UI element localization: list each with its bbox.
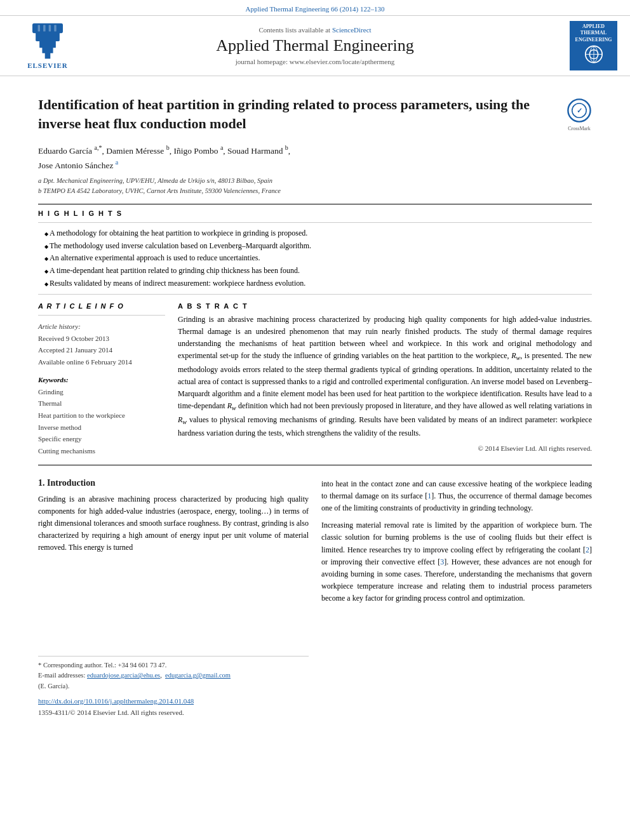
divider-after-affiliations	[38, 204, 592, 204]
keyword-item: Cutting mechanisms	[38, 445, 165, 457]
available-date: Available online 6 February 2014	[38, 356, 165, 368]
doi-link[interactable]: http://dx.doi.org/10.1016/j.applthermale…	[38, 697, 194, 705]
keywords-label: Keywords:	[38, 376, 165, 383]
keyword-item: Inverse method	[38, 422, 165, 434]
rw-symbol-3: Rw	[178, 415, 187, 424]
intro-heading: 1. Introduction	[38, 478, 309, 488]
affil-a: a Dpt. Mechanical Engineering, UPV/EHU, …	[38, 176, 592, 186]
highlight-item: The methodology used inverse calculation…	[44, 241, 592, 251]
highlight-item: Results validated by means of indirect m…	[44, 278, 592, 289]
svg-rect-2	[39, 40, 56, 48]
article-title: Identification of heat partition in grin…	[38, 95, 592, 135]
keyword-item: Heat partition to the workpiece	[38, 410, 165, 422]
keywords-list: Grinding Thermal Heat partition to the w…	[38, 386, 165, 457]
svg-text:✓: ✓	[577, 107, 582, 114]
issn-line: 1359-4311/© 2014 Elsevier Ltd. All right…	[38, 707, 309, 719]
elsevier-tree-icon	[25, 22, 70, 60]
article-history: Article history: Received 9 October 2013…	[38, 321, 165, 368]
doi-line: http://dx.doi.org/10.1016/j.applthermale…	[38, 696, 309, 707]
intro-para-1: Grinding is an abrasive machining proces…	[38, 493, 309, 554]
highlight-item: A methodology for obtaining the heat par…	[44, 228, 592, 239]
abstract-text: Grinding is an abrasive machining proces…	[178, 314, 592, 439]
svg-rect-6	[43, 25, 45, 31]
abstract-label: A B S T R A C T	[178, 302, 592, 310]
svg-rect-3	[36, 32, 60, 41]
corresponding-footnote: * Corresponding author. Tel.: +34 94 601…	[38, 660, 309, 671]
affiliations: a Dpt. Mechanical Engineering, UPV/EHU, …	[38, 176, 592, 196]
body-columns: 1. Introduction Grinding is an abrasive …	[38, 478, 592, 719]
footnote-area: * Corresponding author. Tel.: +34 94 601…	[38, 656, 309, 719]
email-footnote: E-mail addresses: eduardojose.garcia@ehu…	[38, 670, 309, 681]
elsevier-logo-area: ELSEVIER	[13, 22, 83, 69]
intro-para-col2-2: Increasing material removal rate is limi…	[321, 519, 592, 604]
highlights-bottom-rule	[38, 294, 592, 295]
body-section: 1. Introduction Grinding is an abrasive …	[38, 478, 592, 719]
ate-logo-icon	[578, 43, 610, 65]
accepted-date: Accepted 21 January 2014	[38, 344, 165, 356]
crossmark-badge: ✓ CrossMark	[566, 98, 592, 131]
article-info-label: A R T I C L E I N F O	[38, 302, 165, 310]
svg-rect-4	[32, 23, 63, 32]
keyword-item: Thermal	[38, 397, 165, 410]
affil-b: b TEMPO EA 4542 Laboratory, UVHC, Carnot…	[38, 186, 592, 196]
journal-header: ELSEVIER Contents lists available at Sci…	[0, 15, 630, 76]
authors-line: Eduardo García a,*, Damien Méresse b, Iñ…	[38, 143, 592, 172]
rw-symbol: Rw	[511, 351, 520, 360]
body-col-left: 1. Introduction Grinding is an abrasive …	[38, 478, 309, 719]
highlights-top-rule	[38, 222, 592, 223]
elsevier-logo: ELSEVIER	[25, 22, 70, 69]
article-info-abstract: A R T I C L E I N F O Article history: R…	[38, 302, 592, 457]
history-label: Article history:	[38, 321, 165, 333]
journal-homepage: journal homepage: www.elsevier.com/locat…	[83, 58, 547, 65]
highlight-item: A time-dependant heat partition related …	[44, 265, 592, 276]
highlights-label: H I G H L I G H T S	[38, 210, 592, 217]
sciencedirect-link[interactable]: ScienceDirect	[332, 26, 372, 34]
article-info-rule	[38, 315, 165, 316]
rw-symbol-2: Rw	[227, 401, 236, 410]
intro-para-col2-1: into heat in the contact zone and can ca…	[321, 478, 592, 515]
journal-title: Applied Thermal Engineering	[83, 36, 547, 55]
crossmark-icon: ✓	[566, 98, 592, 123]
ate-logo-area: APPLIED THERMAL ENGINEERING	[547, 21, 617, 70]
svg-rect-7	[49, 25, 51, 31]
email-suffix: (E. García).	[38, 681, 309, 692]
copyright: © 2014 Elsevier Ltd. All rights reserved…	[178, 444, 592, 452]
ate-badge: APPLIED THERMAL ENGINEERING	[570, 21, 617, 70]
keyword-item: Specific energy	[38, 433, 165, 445]
content-area: ✓ CrossMark Identification of heat parti…	[0, 76, 630, 731]
journal-top-citation: Applied Thermal Engineering 66 (2014) 12…	[0, 0, 630, 15]
crossmark-label: CrossMark	[566, 126, 592, 131]
divider-before-body	[38, 465, 592, 465]
received-date: Received 9 October 2013	[38, 333, 165, 345]
svg-rect-5	[38, 25, 40, 31]
email-1-link[interactable]: eduardojose.garcia@ehu.es	[87, 672, 160, 679]
highlight-item: An alternative experimental approach is …	[44, 253, 592, 263]
sciencedirect-line: Contents lists available at ScienceDirec…	[83, 26, 547, 34]
elsevier-brand-text: ELSEVIER	[27, 62, 68, 69]
svg-rect-8	[54, 25, 56, 31]
highlights-section: H I G H L I G H T S A methodology for ob…	[38, 210, 592, 295]
journal-center-header: Contents lists available at ScienceDirec…	[83, 26, 547, 65]
keywords-section: Keywords: Grinding Thermal Heat partitio…	[38, 376, 165, 457]
article-info-col: A R T I C L E I N F O Article history: R…	[38, 302, 165, 457]
abstract-section: A B S T R A C T Grinding is an abrasive …	[178, 302, 592, 457]
keyword-item: Grinding	[38, 386, 165, 398]
email-2-link[interactable]: edugarcia.g@gmail.com	[165, 672, 231, 679]
highlights-list: A methodology for obtaining the heat par…	[38, 228, 592, 289]
body-col-right: into heat in the contact zone and can ca…	[321, 478, 592, 719]
article-title-block: ✓ CrossMark Identification of heat parti…	[38, 95, 592, 135]
